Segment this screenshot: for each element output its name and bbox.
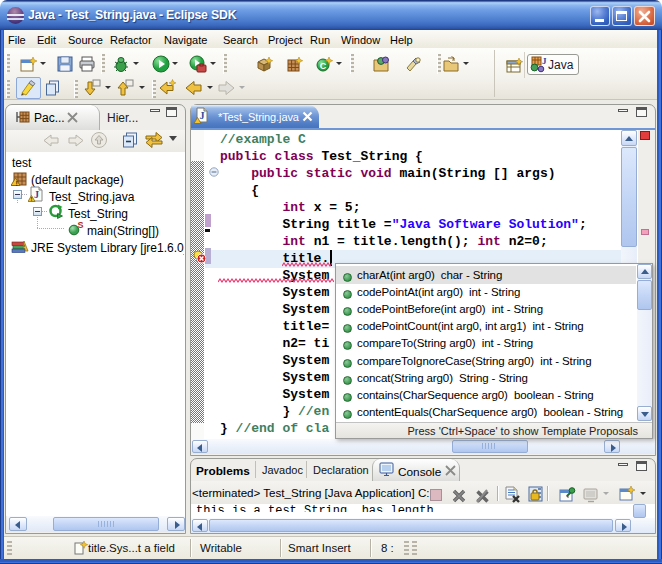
svg-text:J: J: [34, 189, 39, 200]
svg-text:S: S: [78, 220, 84, 230]
svg-text:!: !: [30, 196, 32, 202]
svg-text:J: J: [199, 110, 204, 121]
svg-text:!: !: [16, 180, 18, 187]
svg-text:J: J: [542, 56, 547, 66]
svg-text:C: C: [320, 61, 327, 71]
